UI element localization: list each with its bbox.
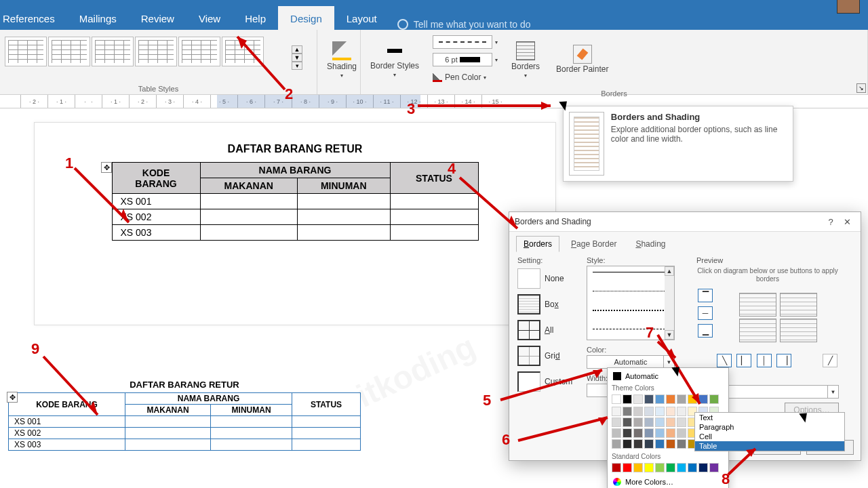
color-swatch[interactable] <box>623 394 632 404</box>
setting-box[interactable]: Box <box>517 294 578 314</box>
color-swatch[interactable] <box>677 407 686 416</box>
scroll-down-icon[interactable]: ▼ <box>665 330 674 340</box>
border-styles-button[interactable]: Border Styles▾ <box>365 33 425 87</box>
gallery-scroll[interactable]: ▲▼▾ <box>292 45 302 70</box>
color-swatch[interactable] <box>666 407 675 416</box>
document-page[interactable]: ✥ DAFTAR BARANG RETUR KODE BARANG NAMA B… <box>34 122 556 325</box>
color-swatch[interactable] <box>623 407 632 416</box>
color-swatch[interactable] <box>666 463 675 472</box>
preview-diag2[interactable]: ╱ <box>823 354 837 367</box>
color-swatch[interactable] <box>644 407 654 416</box>
color-swatch[interactable] <box>677 394 686 404</box>
preview-bottom-border[interactable]: ▁ <box>698 324 713 338</box>
user-avatar[interactable] <box>837 0 860 14</box>
tab-review[interactable]: Review <box>129 6 186 30</box>
color-swatch[interactable] <box>612 394 621 404</box>
color-swatch[interactable] <box>666 439 675 449</box>
setting-none[interactable]: None <box>517 268 578 289</box>
result-table[interactable]: KODE BARANG NAMA BARANG STATUS MAKANANMI… <box>8 392 361 451</box>
cell-kode[interactable]: XS 003 <box>112 225 200 241</box>
color-swatch[interactable] <box>677 428 686 438</box>
main-table[interactable]: KODE BARANG NAMA BARANG STATUS MAKANAN M… <box>112 162 479 241</box>
line-weight-combo[interactable]: 6 pt▾ <box>430 52 500 68</box>
color-swatch[interactable] <box>633 463 643 472</box>
setting-all[interactable]: All <box>517 320 578 340</box>
color-swatch[interactable] <box>655 394 665 404</box>
color-swatch[interactable] <box>698 463 708 472</box>
color-swatch[interactable] <box>655 428 665 438</box>
color-swatch[interactable] <box>623 418 632 427</box>
tab-view[interactable]: View <box>186 6 233 30</box>
color-swatch[interactable] <box>709 394 719 404</box>
color-swatch[interactable] <box>612 428 621 438</box>
color-swatch[interactable] <box>677 439 686 449</box>
dialog-tab-borders[interactable]: Borders <box>516 236 559 252</box>
cell-kode[interactable]: XS 002 <box>112 209 200 225</box>
color-swatch[interactable] <box>655 463 665 472</box>
color-swatch[interactable] <box>644 463 654 472</box>
pen-color-button[interactable]: Pen Color▾ <box>430 69 500 85</box>
shading-button[interactable]: Shading▾ <box>321 33 362 87</box>
borders-dialog-launcher[interactable]: ↘ <box>856 83 866 93</box>
standard-color-row[interactable] <box>610 462 726 474</box>
color-swatch[interactable] <box>677 463 686 472</box>
color-swatch[interactable] <box>612 407 621 416</box>
theme-color-row[interactable] <box>610 393 726 405</box>
table-styles-gallery[interactable] <box>4 36 289 79</box>
color-swatch[interactable] <box>633 428 643 438</box>
color-swatch[interactable] <box>612 439 621 449</box>
color-swatch[interactable] <box>655 407 665 416</box>
color-swatch[interactable] <box>633 418 643 427</box>
setting-grid[interactable]: Grid <box>517 346 578 366</box>
color-swatch[interactable] <box>688 394 697 404</box>
color-swatch[interactable] <box>677 418 686 427</box>
line-style-combo[interactable]: ▾ <box>430 34 500 50</box>
more-colors[interactable]: More Colors… <box>610 476 726 487</box>
apply-option-paragraph[interactable]: Paragraph <box>695 422 844 432</box>
color-combo[interactable]: Automatic▼ <box>587 355 675 369</box>
preview-vmid-border[interactable]: │ <box>757 354 772 367</box>
apply-option-cell[interactable]: Cell <box>695 432 844 441</box>
dialog-tab-page-border[interactable]: Page Border <box>564 236 624 252</box>
color-swatch[interactable] <box>612 463 621 472</box>
color-swatch[interactable] <box>623 463 632 472</box>
apply-to-dropdown-list[interactable]: Text Paragraph Cell Table <box>694 412 845 451</box>
setting-custom[interactable]: Custom <box>517 371 578 392</box>
color-swatch[interactable] <box>644 428 654 438</box>
color-swatch[interactable] <box>644 439 654 449</box>
preview-right-border[interactable]: ▕ <box>776 354 791 367</box>
color-swatch[interactable] <box>688 463 697 472</box>
apply-option-text[interactable]: Text <box>695 413 844 422</box>
table-move-handle[interactable]: ✥ <box>101 162 112 173</box>
color-swatch[interactable] <box>698 394 708 404</box>
tab-references[interactable]: References <box>0 6 67 30</box>
border-painter-button[interactable]: Border Painter <box>551 33 614 87</box>
color-swatch[interactable] <box>655 439 665 449</box>
tab-layout[interactable]: Layout <box>334 6 389 30</box>
preview-diag1[interactable]: ╲ <box>717 354 732 367</box>
tab-design[interactable]: Design <box>278 6 334 30</box>
color-swatch[interactable] <box>612 418 621 427</box>
color-swatch[interactable] <box>666 394 675 404</box>
color-automatic[interactable]: Automatic <box>610 371 726 382</box>
tab-mailings[interactable]: Mailings <box>67 6 129 30</box>
color-swatch[interactable] <box>666 428 675 438</box>
tab-help[interactable]: Help <box>233 6 278 30</box>
color-swatch[interactable] <box>633 407 643 416</box>
preview-diagram[interactable] <box>727 287 829 348</box>
scroll-up-icon[interactable]: ▲ <box>665 266 674 276</box>
color-swatch[interactable] <box>709 463 719 472</box>
style-listbox[interactable]: ▲▼ <box>587 266 675 340</box>
preview-left-border[interactable]: ▏ <box>736 354 751 367</box>
color-swatch[interactable] <box>666 418 675 427</box>
color-swatch[interactable] <box>644 394 654 404</box>
dialog-help-button[interactable]: ? <box>823 215 839 228</box>
preview-hmid-border[interactable]: ─ <box>698 306 713 320</box>
preview-top-border[interactable]: ▔ <box>698 289 713 302</box>
dialog-tab-shading[interactable]: Shading <box>628 236 673 252</box>
color-swatch[interactable] <box>623 428 632 438</box>
color-swatch[interactable] <box>644 418 654 427</box>
table-move-handle[interactable]: ✥ <box>7 392 18 403</box>
color-swatch[interactable] <box>633 439 643 449</box>
dialog-close-button[interactable]: ✕ <box>839 215 855 228</box>
